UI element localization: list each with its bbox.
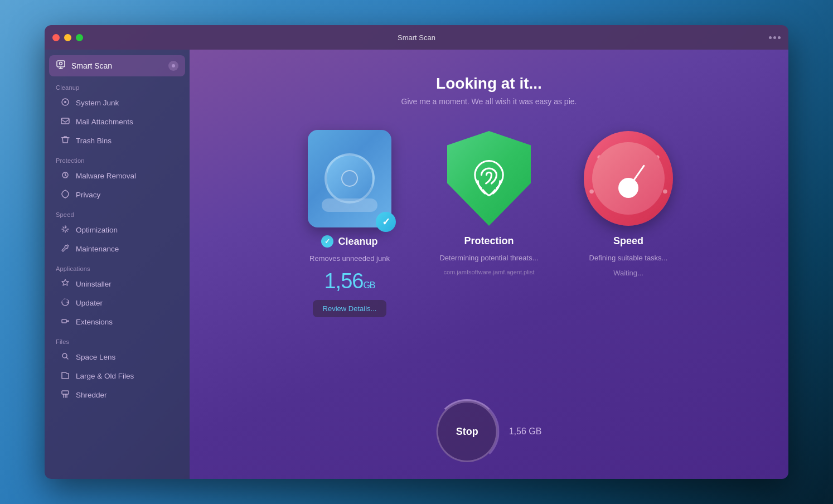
sidebar-item-mail-attachments[interactable]: Mail Attachments	[49, 113, 185, 131]
main-subtitle: Give me a moment. We all wish it was eas…	[401, 97, 577, 106]
stop-button[interactable]: Stop	[437, 401, 498, 462]
extensions-icon	[60, 317, 70, 327]
hdd-icon: ✓	[308, 130, 391, 227]
smart-scan-badge	[168, 61, 178, 71]
section-cleanup: Cleanup	[45, 77, 190, 93]
cleanup-check-icon: ✓	[321, 235, 333, 248]
bottom-size-label: 1,56 GB	[509, 427, 542, 437]
speed-icon-wrap	[584, 128, 673, 229]
speed-inner	[592, 142, 665, 215]
svg-point-2	[172, 64, 175, 67]
content-area: Smart Scan Cleanup System Junk	[45, 50, 788, 479]
malware-removal-icon	[60, 171, 70, 181]
hdd-circle	[325, 153, 375, 203]
section-applications: Applications	[45, 259, 190, 274]
large-old-files-label: Large & Old Files	[76, 372, 134, 380]
svg-point-1	[60, 62, 62, 65]
sidebar-item-system-junk[interactable]: System Junk	[49, 94, 185, 112]
more-options[interactable]	[769, 36, 781, 39]
fingerprint-svg	[464, 153, 514, 203]
mail-attachments-label: Mail Attachments	[76, 118, 133, 126]
system-junk-label: System Junk	[76, 99, 119, 107]
uninstaller-label: Uninstaller	[76, 280, 112, 288]
malware-removal-label: Malware Removal	[76, 172, 136, 180]
main-content: Looking at it... Give me a moment. We al…	[190, 50, 788, 479]
section-protection: Protection	[45, 151, 190, 166]
sidebar-item-maintenance[interactable]: Maintenance	[49, 240, 185, 258]
protection-icon-wrap	[444, 128, 534, 229]
window-title: Smart Scan	[398, 33, 435, 42]
svg-point-13	[663, 190, 667, 194]
shield-shape	[447, 131, 531, 226]
optimization-icon	[60, 225, 70, 235]
fullscreen-button[interactable]	[76, 34, 83, 41]
mail-attachments-icon	[60, 117, 70, 127]
titlebar: Smart Scan	[45, 25, 788, 50]
main-window: Smart Scan Smart Scan	[45, 25, 788, 479]
svg-rect-5	[61, 118, 69, 124]
protection-card-title: Protection	[464, 235, 514, 247]
speed-title-row: Speed	[613, 235, 643, 247]
shredder-icon	[60, 390, 70, 400]
maintenance-icon	[60, 244, 70, 254]
cards-row: ✓ ✓ Cleanup Removes unneeded junk 1,56GB…	[266, 117, 712, 328]
cleanup-title-row: ✓ Cleanup	[321, 235, 377, 248]
traffic-lights	[52, 34, 83, 41]
main-header: Looking at it... Give me a moment. We al…	[390, 50, 588, 117]
privacy-icon	[60, 190, 70, 200]
space-lens-icon	[60, 352, 70, 362]
svg-point-15	[589, 190, 594, 194]
sidebar-item-trash-bins[interactable]: Trash Bins	[49, 132, 185, 150]
trash-bins-icon	[60, 135, 70, 146]
dot3	[778, 36, 781, 39]
bottom-bar: Stop 1,56 GB	[437, 401, 542, 462]
optimization-label: Optimization	[76, 226, 118, 234]
sidebar-item-uninstaller[interactable]: Uninstaller	[49, 275, 185, 293]
protection-title-row: Protection	[464, 235, 514, 247]
cleanup-card-title: Cleanup	[338, 236, 377, 248]
sidebar-item-space-lens[interactable]: Space Lens	[49, 348, 185, 366]
shredder-label: Shredder	[76, 391, 107, 399]
sidebar-item-shredder[interactable]: Shredder	[49, 386, 185, 404]
svg-rect-8	[67, 320, 69, 322]
main-title: Looking at it...	[401, 75, 577, 93]
hdd-inner	[341, 170, 358, 187]
protection-subtext: com.jamfsoftware.jamf.agent.plist	[443, 269, 534, 275]
cleanup-value: 1,56GB	[324, 269, 375, 293]
sidebar-item-extensions[interactable]: Extensions	[49, 313, 185, 331]
dot1	[769, 36, 772, 39]
sidebar-item-malware-removal[interactable]: Malware Removal	[49, 167, 185, 185]
smart-scan-icon	[56, 60, 66, 72]
svg-point-4	[64, 101, 66, 103]
protection-scanning: Determining potential threats...	[439, 254, 538, 262]
speed-card: Speed Defining suitable tasks... Waiting…	[567, 128, 690, 277]
review-details-button[interactable]: Review Details...	[313, 300, 387, 317]
updater-icon	[60, 298, 70, 308]
privacy-label: Privacy	[76, 191, 100, 199]
minimize-button[interactable]	[64, 34, 71, 41]
section-speed: Speed	[45, 205, 190, 220]
sidebar-item-smart-scan[interactable]: Smart Scan	[49, 55, 185, 76]
large-old-files-icon	[60, 371, 70, 381]
sidebar-item-updater[interactable]: Updater	[49, 294, 185, 312]
speed-icon	[584, 131, 673, 226]
speed-card-title: Speed	[613, 235, 643, 247]
protection-card: Protection Determining potential threats…	[428, 128, 550, 275]
trash-bins-label: Trash Bins	[76, 137, 112, 145]
sidebar-item-large-old-files[interactable]: Large & Old Files	[49, 367, 185, 385]
cleanup-icon-wrap: ✓	[305, 128, 394, 229]
sidebar-item-optimization[interactable]: Optimization	[49, 221, 185, 239]
dot2	[773, 36, 776, 39]
shield-icon	[444, 128, 534, 229]
close-button[interactable]	[52, 34, 60, 41]
system-junk-icon	[60, 98, 70, 108]
svg-rect-7	[62, 319, 66, 323]
cleanup-unit: GB	[363, 280, 375, 290]
hdd-check: ✓	[376, 212, 396, 232]
hdd-arm	[322, 198, 377, 212]
space-lens-label: Space Lens	[76, 353, 115, 361]
maintenance-label: Maintenance	[76, 245, 119, 253]
speed-scanning: Defining suitable tasks...	[589, 254, 668, 262]
sidebar-item-privacy[interactable]: Privacy	[49, 186, 185, 204]
cleanup-card: ✓ ✓ Cleanup Removes unneeded junk 1,56GB…	[288, 128, 411, 317]
